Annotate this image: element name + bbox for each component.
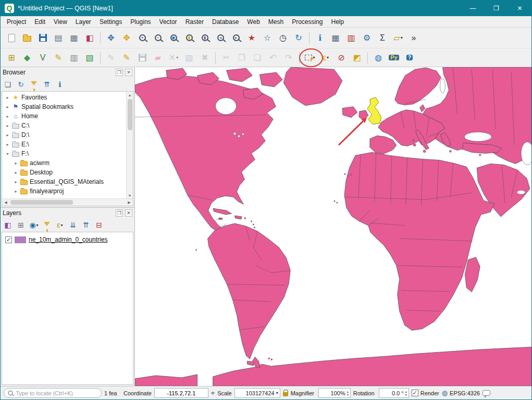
new-virtual-layer-button[interactable]: ▥ <box>66 51 82 65</box>
browser-horizontal-scrollbar[interactable]: ◀ ▶ <box>2 198 133 206</box>
browser-item-finalyearproj[interactable]: ▸finalyearproj <box>2 186 133 196</box>
scale-combo[interactable]: 103127424 ▾ <box>234 388 280 398</box>
menu-web[interactable]: Web <box>243 17 264 27</box>
coordinate-input[interactable] <box>154 388 208 398</box>
show-layout-manager-button[interactable]: ▦ <box>66 31 82 45</box>
invert-selection-button[interactable]: ◩ <box>349 51 365 65</box>
zoom-full-button[interactable]: ▣ <box>166 31 181 45</box>
expander-icon[interactable]: ▾ <box>4 152 11 156</box>
menu-raster[interactable]: Raster <box>181 17 208 27</box>
modify-attributes-button[interactable]: ▨ <box>181 51 197 65</box>
magnifier-combo[interactable]: 100% ▴▾ <box>318 388 351 398</box>
browser-item-c[interactable]: ▸C:\ <box>2 121 133 130</box>
browser-vertical-scrollbar[interactable]: ▲ ▼ <box>126 92 133 198</box>
temporal-controller-button[interactable]: ◷ <box>275 31 291 45</box>
spinner-icon[interactable]: ▴▾ <box>405 390 407 396</box>
dropdown-arrow-icon[interactable]: ▾ <box>176 55 178 60</box>
collapse-all-button[interactable]: ⇈ <box>41 79 53 90</box>
scrollbar-thumb[interactable] <box>10 200 73 205</box>
open-layer-styling-button[interactable]: ◧ <box>2 219 14 231</box>
copy-features-button[interactable]: ❐ <box>234 51 250 65</box>
browser-item-desktop[interactable]: ▸Desktop <box>2 168 133 177</box>
browser-item-e[interactable]: ▸E:\ <box>2 140 133 149</box>
statistical-summary-button[interactable]: Σ <box>375 31 390 45</box>
spinner-icon[interactable]: ▴▾ <box>347 390 349 396</box>
show-spatial-bookmarks-button[interactable]: ☆ <box>259 31 275 45</box>
layer-item-ne-10m-admin-0-countries[interactable]: ✓ne_10m_admin_0_countries <box>2 234 133 245</box>
measure-button[interactable]: ▱▾ <box>390 31 406 45</box>
browser-item-spatial-bookmarks[interactable]: ▸⚑Spatial Bookmarks <box>2 102 133 111</box>
render-checkbox[interactable]: ✓ <box>412 390 418 396</box>
render-toggle[interactable]: ✓ Render <box>412 390 439 396</box>
pan-to-selection-button[interactable]: ✥ <box>119 31 134 45</box>
float-panel-icon[interactable]: ❐ <box>116 209 123 217</box>
new-mesh-layer-button[interactable]: ▧ <box>82 51 97 65</box>
new-print-layout-button[interactable]: ▤ <box>51 31 66 45</box>
float-panel-icon[interactable]: ❐ <box>116 69 123 76</box>
pan-map-button[interactable]: ✥ <box>103 31 119 45</box>
processing-toolbox-button[interactable]: ⚙ <box>359 31 375 45</box>
help-button[interactable]: ? <box>402 51 417 65</box>
undo-button[interactable]: ↶ <box>265 51 281 65</box>
current-edits-button[interactable]: ✎ <box>103 51 119 65</box>
menu-settings[interactable]: Settings <box>95 17 126 27</box>
style-manager-button[interactable]: ◧ <box>82 31 97 45</box>
messages-icon[interactable] <box>482 390 490 396</box>
extents-toggle-icon[interactable]: ⌖ <box>211 389 215 397</box>
minimize-button[interactable]: — <box>461 1 485 16</box>
close-button[interactable]: ✕ <box>508 1 531 16</box>
project-new-button[interactable] <box>4 31 19 45</box>
browser-item-d[interactable]: ▸D:\ <box>2 130 133 140</box>
scroll-right-icon[interactable]: ▶ <box>126 201 133 205</box>
save-layer-edits-button[interactable] <box>134 51 150 65</box>
open-attribute-table-button[interactable]: ▦ <box>328 31 343 45</box>
maximize-button[interactable]: ❐ <box>485 1 508 16</box>
locate-input[interactable] <box>16 390 98 396</box>
scroll-down-icon[interactable]: ▼ <box>128 192 132 198</box>
cut-features-button[interactable]: ✂ <box>218 51 234 65</box>
metasearch-button[interactable]: ◍ <box>370 51 386 65</box>
menu-plugins[interactable]: Plugins <box>126 17 155 27</box>
add-group-button[interactable]: ⊞ <box>15 219 27 231</box>
dropdown-arrow-icon[interactable]: ▾ <box>61 223 63 228</box>
lock-scale-icon[interactable] <box>283 392 288 396</box>
menu-edit[interactable]: Edit <box>30 17 50 27</box>
zoom-out-button[interactable]: − <box>150 31 166 45</box>
scrollbar-thumb[interactable] <box>128 99 132 130</box>
identify-features-button[interactable]: ℹ <box>312 31 328 45</box>
expander-icon[interactable]: ▸ <box>13 189 19 194</box>
browser-item-favorites[interactable]: ▸★Favorites <box>2 93 133 102</box>
browser-item-home[interactable]: ▸⌂Home <box>2 111 133 121</box>
close-panel-icon[interactable]: ✕ <box>125 209 132 217</box>
zoom-to-layer-button[interactable]: ▮ <box>197 31 213 45</box>
toolbar-overflow-button[interactable]: » <box>406 31 422 45</box>
filter-legend-button[interactable] <box>41 219 53 231</box>
paste-features-button[interactable]: ❏ <box>250 51 265 65</box>
expander-icon[interactable]: ▸ <box>4 123 11 128</box>
project-open-button[interactable] <box>19 31 35 45</box>
scroll-up-icon[interactable]: ▲ <box>128 92 132 98</box>
expander-icon[interactable]: ▸ <box>4 142 11 147</box>
browser-item-f[interactable]: ▾F:\ <box>2 149 133 158</box>
toggle-editing-button[interactable]: ✎ <box>119 51 134 65</box>
expander-icon[interactable]: ▸ <box>13 161 19 166</box>
expander-icon[interactable]: ▸ <box>4 95 11 100</box>
remove-layer-button[interactable]: ⊟ <box>93 219 105 231</box>
refresh-map-button[interactable]: ↻ <box>291 31 306 45</box>
add-selected-layers-button[interactable]: ❏ <box>2 79 14 90</box>
expander-icon[interactable]: ▸ <box>4 105 11 109</box>
redo-button[interactable]: ↷ <box>281 51 296 65</box>
properties-widget-button[interactable]: ℹ <box>54 79 66 90</box>
data-source-manager-button[interactable]: ⊞ <box>4 51 19 65</box>
new-geopackage-layer-button[interactable]: ◆ <box>19 51 35 65</box>
browser-item-essential-qgis-materials[interactable]: ▸Essential_QGIS_MAterials <box>2 177 133 186</box>
menu-view[interactable]: View <box>50 17 71 27</box>
crs-status[interactable]: ◍ EPSG:4326 <box>442 389 480 397</box>
close-panel-icon[interactable]: ✕ <box>125 69 132 76</box>
vertex-tool-button[interactable]: ✕▾ <box>166 51 181 65</box>
menu-project[interactable]: Project <box>3 17 30 27</box>
expander-icon[interactable]: ▸ <box>13 170 19 175</box>
project-save-button[interactable] <box>35 31 51 45</box>
rotation-combo[interactable]: 0.0 ° ▴▾ <box>379 388 409 398</box>
dropdown-arrow-icon[interactable]: ▾ <box>401 35 403 40</box>
